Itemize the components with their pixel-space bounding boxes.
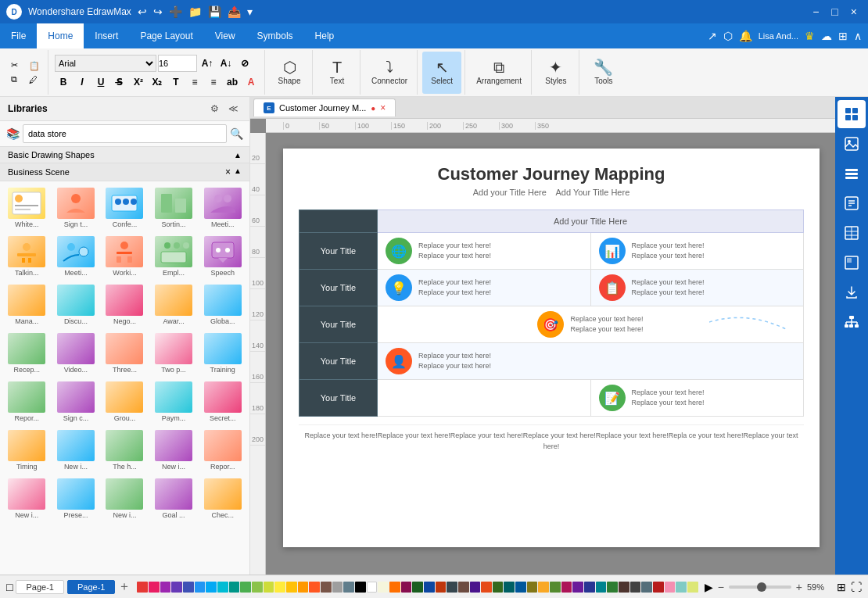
arrangement-tool-btn[interactable]: ⧉ Arrangement — [470, 52, 528, 94]
share-icon[interactable]: ↗ — [708, 30, 717, 42]
zoom-in-btn[interactable]: + — [796, 581, 802, 593]
color-swatch[interactable] — [676, 582, 687, 593]
collapse-btn[interactable]: ∧ — [854, 30, 862, 42]
color-swatch[interactable] — [630, 582, 641, 593]
right-tool-image[interactable] — [838, 130, 866, 158]
tools-tool-btn[interactable]: 🔧 Tools — [584, 52, 623, 94]
text-format-btn[interactable]: T — [167, 73, 185, 91]
list-item[interactable]: New i... — [3, 475, 51, 522]
add-page-btn[interactable]: ＋ — [118, 578, 131, 595]
cloud-icon[interactable]: ☁ — [821, 30, 832, 42]
new-btn[interactable]: ➕ — [169, 5, 182, 18]
list-item[interactable]: Recep... — [3, 330, 51, 377]
list-item[interactable]: Meeti... — [199, 184, 246, 231]
notification-icon[interactable]: 🔔 — [739, 30, 752, 42]
color-swatch[interactable] — [653, 582, 664, 593]
right-tool-minimap[interactable] — [838, 249, 866, 277]
color-swatch[interactable] — [206, 582, 217, 593]
save-btn[interactable]: 💾 — [208, 5, 221, 18]
color-swatch[interactable] — [504, 582, 515, 593]
menu-page-layout[interactable]: Page Layout — [129, 23, 203, 48]
list-item[interactable]: Confe... — [101, 184, 149, 231]
font-select[interactable]: Arial — [55, 55, 156, 72]
color-swatch[interactable] — [274, 582, 285, 593]
subscript-btn[interactable]: X₂ — [149, 73, 166, 91]
color-swatch[interactable] — [309, 582, 320, 593]
format-paste-btn[interactable]: 🖊 — [24, 73, 45, 86]
underline-btn[interactable]: U — [92, 73, 109, 91]
list-item[interactable]: Repor... — [3, 378, 51, 425]
select-tool-btn[interactable]: ↖ Select — [422, 52, 461, 94]
maximize-btn[interactable]: □ — [827, 5, 842, 18]
superscript-btn[interactable]: X² — [130, 73, 147, 91]
font-size-input[interactable] — [158, 55, 197, 72]
list-item[interactable]: Goal ... — [150, 475, 198, 522]
color-swatch[interactable] — [515, 582, 526, 593]
color-swatch[interactable] — [596, 582, 607, 593]
user-label[interactable]: Lisa And... — [759, 31, 798, 41]
sidebar-settings-btn[interactable]: ⚙ — [207, 102, 222, 116]
page-tab-1[interactable]: Page-1 — [16, 580, 63, 594]
play-btn[interactable]: ▶ — [705, 581, 713, 593]
list-item[interactable]: Awar... — [150, 281, 198, 328]
text-case-btn[interactable]: ab — [224, 73, 241, 91]
shape-tool-btn[interactable]: ⬡ Shape — [270, 52, 309, 94]
color-swatch[interactable] — [584, 582, 595, 593]
list-item[interactable]: Grou... — [101, 378, 149, 425]
business-scene-close-btn[interactable]: × — [225, 167, 231, 177]
color-swatch[interactable] — [550, 582, 561, 593]
color-swatch[interactable] — [538, 582, 549, 593]
copy-btn[interactable]: ⧉ — [6, 73, 23, 86]
open-btn[interactable]: 📁 — [188, 5, 202, 18]
decrease-font-btn[interactable]: A↓ — [217, 55, 235, 72]
list-item[interactable]: Two p... — [150, 330, 198, 377]
list-item[interactable]: Training — [199, 330, 246, 377]
color-swatch[interactable] — [183, 582, 194, 593]
fullscreen-btn[interactable]: ⛶ — [851, 581, 862, 593]
color-swatch[interactable] — [665, 582, 676, 593]
search-icon[interactable]: 🔍 — [230, 127, 243, 140]
list-item[interactable]: Worki... — [101, 233, 149, 280]
share-btn2[interactable]: ⬡ — [723, 30, 733, 42]
menu-home[interactable]: Home — [37, 23, 84, 48]
color-swatch[interactable] — [447, 582, 457, 593]
color-swatch[interactable] — [217, 582, 228, 593]
search-input[interactable] — [23, 124, 227, 143]
color-swatch[interactable] — [229, 582, 240, 593]
list-item[interactable]: Meeti... — [52, 233, 100, 280]
menu-view[interactable]: View — [204, 23, 246, 48]
list-item[interactable]: Sortin... — [150, 184, 198, 231]
list-item[interactable]: New i... — [150, 427, 198, 474]
list-item[interactable]: The h... — [101, 427, 149, 474]
list-item[interactable]: Talkin... — [3, 233, 51, 280]
business-scene-group-header[interactable]: Business Scene × ▲ — [0, 163, 249, 181]
undo-btn[interactable]: ↩ — [138, 5, 147, 18]
color-swatch[interactable] — [481, 582, 492, 593]
list-item[interactable]: White... — [3, 184, 51, 231]
color-swatch[interactable] — [424, 582, 435, 593]
strikethrough-btn[interactable]: S̶ — [111, 73, 128, 91]
export-btn[interactable]: 📤 — [228, 5, 241, 18]
color-swatch[interactable] — [412, 582, 423, 593]
color-swatch[interactable] — [137, 582, 148, 593]
color-swatch[interactable] — [527, 582, 538, 593]
paste-btn[interactable]: 📋 — [24, 59, 45, 73]
color-swatch[interactable] — [240, 582, 251, 593]
minimize-btn[interactable]: − — [808, 5, 823, 18]
color-swatch[interactable] — [436, 582, 447, 593]
color-swatch[interactable] — [470, 582, 481, 593]
color-swatch[interactable] — [493, 582, 504, 593]
text-tool-btn[interactable]: T Text — [317, 52, 357, 94]
color-swatch[interactable] — [355, 582, 366, 593]
color-swatch[interactable] — [321, 582, 332, 593]
canvas-tab[interactable]: E Customer Journey M... ● × — [253, 98, 396, 116]
list-item[interactable]: Video... — [52, 330, 100, 377]
color-swatch[interactable] — [160, 582, 171, 593]
zoom-out-btn[interactable]: − — [718, 581, 724, 593]
italic-btn[interactable]: I — [74, 73, 91, 91]
tab-close-btn[interactable]: × — [380, 102, 386, 113]
font-color-btn[interactable]: A — [242, 73, 260, 91]
list-item[interactable]: Prese... — [52, 475, 100, 522]
color-swatch[interactable] — [458, 582, 469, 593]
color-swatch[interactable] — [401, 582, 412, 593]
